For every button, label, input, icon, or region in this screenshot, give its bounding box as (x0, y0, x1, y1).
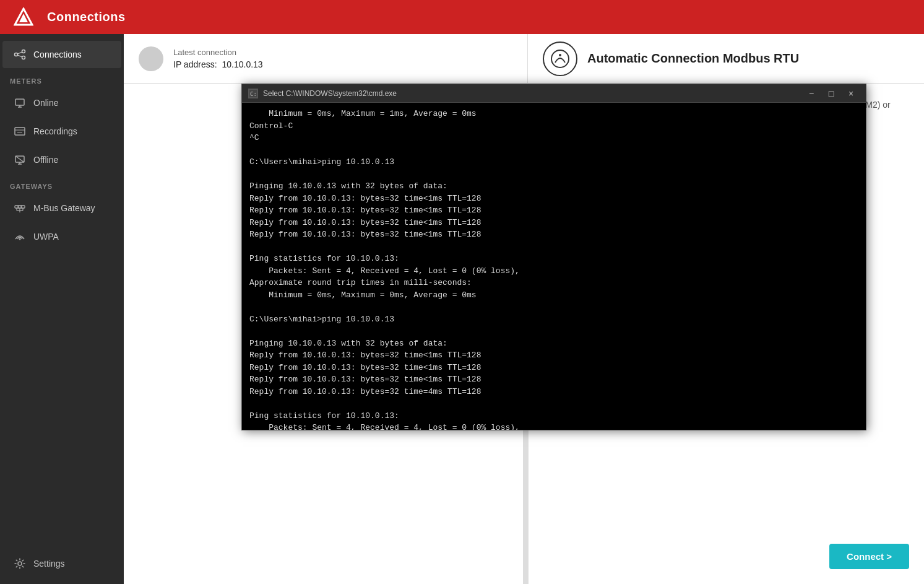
sidebar-connections-label: Connections (33, 50, 82, 59)
terminal-line: Reply from 10.10.0.13: bytes=32 time<1ms… (249, 204, 858, 217)
connect-button[interactable]: Connect > (829, 544, 909, 569)
main-layout: Connections METERS Online (0, 34, 924, 584)
terminal-content[interactable]: Minimum = 0ms, Maximum = 1ms, Average = … (242, 103, 866, 430)
terminal-line: Minimum = 0ms, Maximum = 1ms, Average = … (249, 108, 858, 120)
sidebar-item-offline[interactable]: Offline (2, 146, 121, 173)
terminal-minimize-button[interactable]: − (803, 87, 820, 100)
sidebar-item-recordings[interactable]: Recordings (2, 118, 121, 145)
uwpa-icon (12, 229, 27, 244)
terminal-line: Reply from 10.10.0.13: bytes=32 time<1ms… (249, 229, 858, 241)
svg-line-5 (18, 52, 22, 54)
sidebar-item-mbus-gateway[interactable]: M-Bus Gateway (2, 194, 121, 222)
mbus-gateway-icon (12, 201, 27, 216)
latest-connection-section: Latest connection IP address: 10.10.0.13 (124, 34, 528, 83)
svg-point-4 (22, 56, 25, 59)
svg-text:C:: C: (250, 91, 257, 97)
terminal-line: Reply from 10.10.0.13: bytes=32 time<1ms… (249, 373, 858, 386)
sidebar-mbus-label: M-Bus Gateway (33, 203, 95, 213)
terminal-line (249, 241, 858, 253)
terminal-line (249, 301, 858, 313)
sidebar-online-label: Online (33, 98, 58, 108)
svg-rect-7 (15, 99, 24, 105)
sidebar-item-uwpa[interactable]: UWPA (2, 223, 121, 250)
sidebar-bottom: Settings (0, 549, 124, 584)
terminal-titlebar-icon: C: (248, 89, 258, 98)
svg-line-6 (18, 55, 22, 57)
recordings-icon (12, 124, 27, 139)
terminal-line: C:\Users\mihai>ping 10.10.0.13 (249, 313, 858, 326)
modbus-title-section: Automatic Connection Modbus RTU (528, 34, 924, 83)
terminal-line: Ping statistics for 10.10.0.13: (249, 253, 858, 265)
terminal-line: Approximate round trip times in milli-se… (249, 277, 858, 289)
svg-point-2 (15, 53, 18, 56)
terminal-line: Reply from 10.10.0.13: bytes=32 time<1ms… (249, 193, 858, 205)
terminal-line: Reply from 10.10.0.13: bytes=32 time<1ms… (249, 349, 858, 362)
online-icon (12, 95, 27, 110)
content-area: Latest connection IP address: 10.10.0.13 (124, 34, 924, 584)
terminal-line: Pinging 10.10.0.13 with 32 bytes of data… (249, 338, 858, 350)
terminal-line: Reply from 10.10.0.13: bytes=32 time<1ms… (249, 217, 858, 229)
terminal-line: Reply from 10.10.0.13: bytes=32 time<1ms… (249, 362, 858, 374)
page-title: Connections (47, 10, 126, 24)
latest-connection-ip: IP address: 10.10.0.13 (173, 59, 263, 69)
svg-point-26 (18, 562, 22, 565)
sidebar-item-connections[interactable]: Connections (2, 41, 121, 68)
latest-connection-label: Latest connection (173, 48, 263, 57)
modbus-icon (543, 41, 577, 76)
svg-rect-10 (15, 128, 25, 135)
terminal-window[interactable]: C: Select C:\WINDOWS\system32\cmd.exe − … (241, 84, 866, 430)
terminal-titlebar: C: Select C:\WINDOWS\system32\cmd.exe − … (242, 84, 866, 103)
settings-icon (12, 556, 27, 571)
terminal-line: Control-C (249, 120, 858, 133)
svg-point-25 (19, 238, 21, 240)
svg-point-3 (22, 50, 25, 53)
meters-section-label: METERS (0, 69, 124, 89)
latest-connection-info: Latest connection IP address: 10.10.0.13 (173, 48, 263, 69)
app-logo (12, 6, 35, 28)
terminal-line (249, 398, 858, 410)
svg-point-28 (559, 54, 561, 56)
terminal-window-controls: − □ × (803, 87, 860, 100)
top-content-row: Latest connection IP address: 10.10.0.13 (124, 34, 924, 84)
gateways-section-label: GATEWAYS (0, 174, 124, 194)
sidebar-recordings-label: Recordings (33, 126, 77, 136)
connection-avatar (139, 46, 163, 71)
terminal-line: Reply from 10.10.0.13: bytes=32 time=4ms… (249, 386, 858, 398)
top-header: Connections (0, 0, 924, 34)
terminal-line: C:\Users\mihai>ping 10.10.0.13 (249, 156, 858, 168)
terminal-line: Minimum = 0ms, Maximum = 0ms, Average = … (249, 289, 858, 302)
sidebar-item-settings[interactable]: Settings (2, 550, 121, 577)
modbus-panel-title: Automatic Connection Modbus RTU (587, 51, 799, 66)
connections-icon (12, 47, 27, 62)
terminal-title-text: Select C:\WINDOWS\system32\cmd.exe (263, 89, 803, 98)
terminal-line: Pinging 10.10.0.13 with 32 bytes of data… (249, 180, 858, 193)
terminal-line: Packets: Sent = 4, Received = 4, Lost = … (249, 265, 858, 277)
terminal-restore-button[interactable]: □ (823, 87, 840, 100)
sidebar: Connections METERS Online (0, 34, 124, 584)
sidebar-settings-label: Settings (33, 559, 65, 569)
sidebar-offline-label: Offline (33, 155, 58, 165)
terminal-close-button[interactable]: × (842, 87, 860, 100)
terminal-line: ^C (249, 132, 858, 144)
terminal-line (249, 144, 858, 157)
offline-icon (12, 152, 27, 167)
terminal-line (249, 168, 858, 181)
svg-line-16 (15, 156, 24, 162)
sidebar-item-online[interactable]: Online (2, 89, 121, 116)
sidebar-uwpa-label: UWPA (33, 232, 59, 242)
terminal-line (249, 325, 858, 338)
terminal-line: Ping statistics for 10.10.0.13: (249, 410, 858, 422)
terminal-line: Packets: Sent = 4, Received = 4, Lost = … (249, 422, 858, 430)
